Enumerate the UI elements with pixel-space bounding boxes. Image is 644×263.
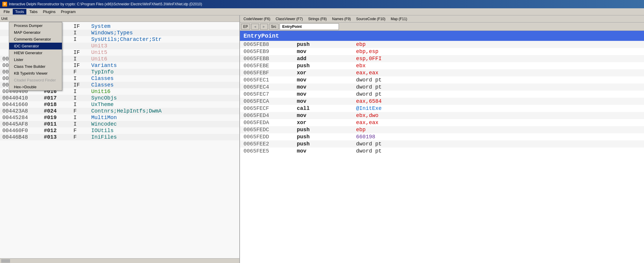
row-name: Unit5	[91, 49, 237, 55]
left-panel: Unit Process Dumper MAP Generator Commen…	[0, 15, 240, 263]
asm-row[interactable]: 0065FEE2 push dword pt	[240, 140, 644, 147]
asm-row[interactable]: 0065FEC4 mov dword pt	[240, 84, 644, 91]
row-flag: F	[73, 128, 91, 134]
asm-row[interactable]: 0065FEB8 push ebp	[240, 41, 644, 48]
asm-row[interactable]: 0065FEE5 mov dword pt	[240, 147, 644, 155]
row-num: #012	[44, 128, 73, 134]
right-tabs: CodeViewer (F6) ClassViewer (F7) Strings…	[240, 15, 644, 23]
row-name: Classes	[91, 82, 237, 88]
asm-operand: esp,0FFI	[356, 56, 640, 62]
row-name: IniFiles	[91, 134, 237, 140]
code-viewer: EntryPoint 0065FEB8 push ebp 0065FEB9 mo…	[240, 31, 644, 263]
dropdown-kb-typeinfo-viewer[interactable]: KB TypeInfo Viewer	[9, 70, 62, 77]
table-row[interactable]: 004423A8 #024 F Contnrs;HelpIntfs;DwmA	[0, 108, 239, 114]
asm-operand: ebx,dwo	[356, 113, 640, 118]
row-addr: 00446B48	[2, 134, 44, 140]
main-content: Unit Process Dumper MAP Generator Commen…	[0, 15, 644, 263]
dropdown-idc-generator[interactable]: IDC Generator	[9, 43, 62, 49]
table-row[interactable]: 00441660 #018 I UxTheme	[0, 101, 239, 108]
tab-map[interactable]: Map (F11)	[388, 16, 409, 22]
asm-addr: 0065FEDA	[243, 120, 297, 126]
menu-tools[interactable]: Tools	[13, 9, 26, 15]
dropdown-process-dumper[interactable]: Process Dumper	[9, 22, 62, 29]
row-name: TypInfo	[91, 69, 237, 75]
dropdown-class-tree-builder[interactable]: Class Tree Builder	[9, 63, 62, 70]
asm-mnemonic: add	[297, 56, 356, 62]
tools-dropdown: Process Dumper MAP Generator Comments Ge…	[9, 22, 62, 91]
tab-class-viewer[interactable]: ClassViewer (F7)	[273, 16, 305, 22]
asm-row[interactable]: 0065FEDD push 660198	[240, 133, 644, 140]
row-num: #011	[44, 121, 73, 127]
menu-tabs[interactable]: Tabs	[27, 9, 40, 15]
row-num: #019	[44, 115, 73, 121]
dropdown-map-generator[interactable]: MAP Generator	[9, 29, 62, 36]
asm-operand: eax,eax	[356, 120, 640, 126]
dropdown-hex-double[interactable]: Hex->Double	[9, 84, 62, 90]
table-row[interactable]: 004460F0 #012 F IOUtils	[0, 127, 239, 134]
asm-row[interactable]: 0065FEBE push ebx	[240, 62, 644, 69]
row-flag: I	[73, 95, 91, 101]
back-button[interactable]: ◄	[251, 24, 259, 30]
dropdown-lister[interactable]: Lister	[9, 56, 62, 63]
menu-file[interactable]: File	[1, 9, 12, 15]
ep-toolbar: EP ◄ ► Src EntryPoint	[240, 23, 644, 31]
asm-row[interactable]: 0065FECF call @InitExe	[240, 105, 644, 112]
asm-row[interactable]: 0065FEC1 mov dword pt	[240, 76, 644, 84]
menu-program[interactable]: Program	[58, 9, 78, 15]
row-num: #018	[44, 102, 73, 108]
asm-mnemonic: mov	[297, 84, 356, 90]
asm-mnemonic: push	[297, 41, 356, 47]
tab-names[interactable]: Names (F9)	[330, 16, 353, 22]
asm-addr: 0065FECA	[243, 98, 297, 104]
table-row[interactable]: 00445284 #019 I MultiMon	[0, 114, 239, 121]
asm-row[interactable]: 0065FEDA xor eax,eax	[240, 119, 644, 126]
asm-row[interactable]: 0065FEC7 mov dword pt	[240, 91, 644, 98]
dropdown-comments-generator[interactable]: Comments Generator	[9, 36, 62, 43]
row-name: SysUtils;Character;Str	[91, 36, 237, 42]
asm-row[interactable]: 0065FEBB add esp,0FFI	[240, 55, 644, 62]
row-name: Contnrs;HelpIntfs;DwmA	[91, 108, 237, 114]
row-flag: I	[73, 115, 91, 121]
dropdown-citadel-password-finder: Citadel Password Finder	[9, 77, 62, 84]
asm-row[interactable]: 0065FEDC push ebp	[240, 126, 644, 133]
asm-mnemonic: mov	[297, 77, 356, 83]
app-icon: D	[2, 2, 7, 7]
row-flag: IF	[73, 23, 91, 29]
row-flag: I	[73, 89, 91, 94]
row-addr: 00440410	[2, 95, 44, 101]
left-hscroll[interactable]	[0, 258, 239, 263]
asm-row[interactable]: 0065FED4 mov ebx,dwo	[240, 112, 644, 119]
table-row[interactable]: 00446B48 #013 F IniFiles	[0, 134, 239, 140]
asm-addr: 0065FED4	[243, 113, 297, 118]
asm-addr: 0065FEB9	[243, 49, 297, 54]
row-name: SyncObjs	[91, 95, 237, 101]
asm-row[interactable]: 0065FEBF xor eax,eax	[240, 69, 644, 76]
forward-button[interactable]: ►	[260, 24, 268, 30]
tab-sourcecode[interactable]: SourceCode (F10)	[354, 16, 388, 22]
tab-code-viewer[interactable]: CodeViewer (F6)	[241, 16, 273, 22]
menu-plugins[interactable]: Plugins	[41, 9, 58, 15]
asm-addr: 0065FEC1	[243, 77, 297, 83]
table-row[interactable]: 00440410 #017 I SyncObjs	[0, 95, 239, 101]
asm-addr: 0065FEBB	[243, 56, 297, 62]
row-flag: I	[73, 76, 91, 81]
src-button[interactable]: Src	[269, 24, 278, 30]
asm-header: EntryPoint	[240, 31, 644, 41]
asm-mnemonic: mov	[297, 113, 356, 118]
ep-button[interactable]: EP	[241, 24, 250, 30]
asm-mnemonic: mov	[297, 98, 356, 104]
row-flag: I	[73, 56, 91, 62]
row-flag: I	[73, 121, 91, 127]
row-flag: I	[73, 30, 91, 36]
asm-operand: eax,eax	[356, 70, 640, 76]
unit-header: Unit	[0, 15, 239, 22]
asm-operand: ebp,esp	[356, 49, 640, 54]
asm-operand: ebx	[356, 63, 640, 69]
tab-strings[interactable]: Strings (F8)	[306, 16, 329, 22]
row-num: #017	[44, 95, 73, 101]
table-row[interactable]: 00445AF8 #011 I Wincodec	[0, 121, 239, 127]
asm-addr: 0065FEE5	[243, 148, 297, 154]
asm-row[interactable]: 0065FECA mov eax,6584	[240, 98, 644, 105]
asm-row[interactable]: 0065FEB9 mov ebp,esp	[240, 48, 644, 55]
dropdown-hiew-generator[interactable]: HIEW Generator	[9, 49, 62, 56]
